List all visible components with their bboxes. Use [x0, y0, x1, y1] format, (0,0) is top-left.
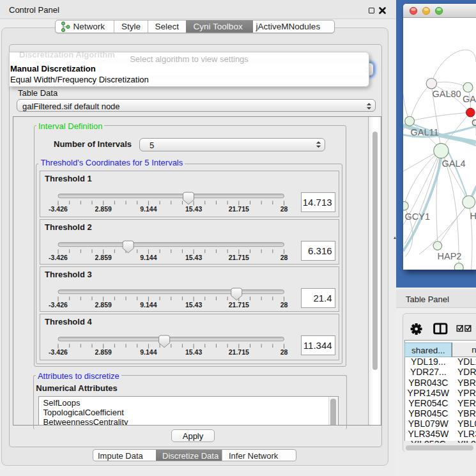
- svg-text:9.144: 9.144: [140, 348, 157, 356]
- svg-text:28: 28: [280, 301, 288, 309]
- svg-text:-3.426: -3.426: [49, 254, 68, 261]
- svg-text:GAL11: GAL11: [411, 127, 439, 137]
- svg-text:21.715: 21.715: [229, 301, 249, 309]
- svg-text:15.43: 15.43: [185, 301, 202, 309]
- svg-text:HAP2: HAP2: [438, 251, 462, 261]
- svg-text:21.715: 21.715: [229, 254, 249, 261]
- svg-text:-3.426: -3.426: [49, 348, 68, 356]
- svg-text:28: 28: [280, 205, 288, 213]
- svg-text:CD: CD: [472, 118, 476, 128]
- svg-text:15.43: 15.43: [185, 348, 202, 356]
- svg-text:28: 28: [280, 254, 288, 261]
- svg-text:21.715: 21.715: [229, 348, 249, 356]
- svg-text:2.859: 2.859: [95, 254, 112, 261]
- svg-text:HI: HI: [470, 211, 476, 221]
- svg-text:GAL4: GAL4: [442, 158, 466, 169]
- svg-text:28: 28: [280, 348, 288, 356]
- svg-text:9.144: 9.144: [140, 254, 157, 261]
- svg-text:GAL80: GAL80: [433, 89, 461, 99]
- svg-text:15.43: 15.43: [185, 205, 202, 213]
- svg-text:GAL2: GAL2: [463, 94, 476, 104]
- svg-text:2.859: 2.859: [95, 301, 112, 309]
- svg-text:-3.426: -3.426: [49, 205, 68, 213]
- svg-text:9.144: 9.144: [140, 205, 157, 213]
- svg-text:9.144: 9.144: [140, 301, 157, 309]
- svg-text:-3.426: -3.426: [49, 301, 68, 309]
- svg-text:21.715: 21.715: [229, 205, 249, 213]
- svg-text:2.859: 2.859: [95, 348, 112, 356]
- svg-text:15.43: 15.43: [185, 254, 202, 261]
- svg-text:2.859: 2.859: [95, 205, 112, 213]
- svg-text:GCY1: GCY1: [405, 211, 431, 222]
